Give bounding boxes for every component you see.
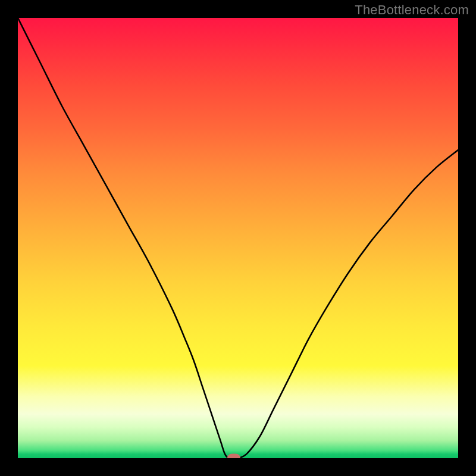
watermark-text: TheBottleneck.com — [355, 2, 469, 18]
plot-area — [18, 18, 458, 458]
bottleneck-curve — [18, 18, 458, 458]
chart-frame: TheBottleneck.com — [0, 0, 476, 476]
minimum-marker — [227, 454, 240, 459]
